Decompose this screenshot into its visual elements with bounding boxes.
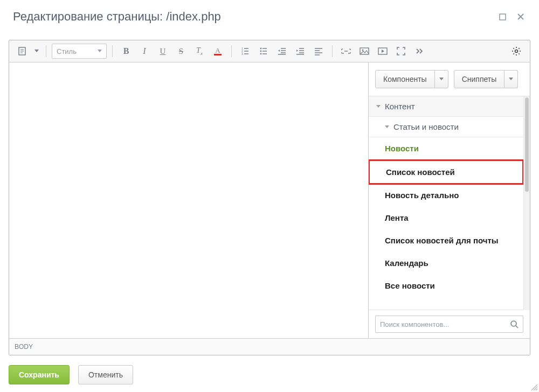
fullscreen-button[interactable] — [393, 44, 409, 59]
save-button[interactable]: Сохранить — [9, 365, 70, 384]
close-button[interactable] — [515, 11, 526, 22]
component-search[interactable] — [375, 316, 523, 333]
editor-body: Компоненты Сниппеты — [9, 62, 530, 338]
chevron-down-icon — [376, 105, 381, 108]
ordered-list-button[interactable]: 123 — [237, 44, 253, 59]
tree-scrollbar[interactable] — [523, 96, 530, 310]
category-content[interactable]: Контент — [369, 96, 523, 117]
dialog-footer: Сохранить Отменить — [0, 358, 539, 392]
style-select-label: Стиль — [57, 47, 77, 55]
link-button[interactable] — [338, 44, 354, 59]
align-left-button[interactable] — [310, 44, 327, 59]
toolbar-separator — [112, 45, 113, 57]
toolbar-separator — [46, 45, 46, 57]
editor-toolbar: Стиль B I U S Tx A 123 — [9, 40, 530, 62]
underline-button[interactable]: U — [155, 44, 171, 59]
components-tab-group: Компоненты — [375, 70, 448, 88]
text-color-button[interactable]: A — [210, 44, 226, 59]
editor-canvas[interactable] — [9, 62, 368, 338]
bold-button[interactable]: B — [118, 44, 134, 59]
component-search-input[interactable] — [380, 320, 510, 328]
cancel-button[interactable]: Отменить — [78, 365, 133, 384]
clear-format-button[interactable]: Tx — [191, 44, 208, 59]
element-path-bar[interactable]: BODY — [9, 338, 530, 355]
component-item[interactable]: Список новостей для почты — [369, 229, 523, 252]
subcategory-label: Статьи и новости — [393, 122, 459, 131]
component-tree[interactable]: Контент Статьи и новости НовостиСписок н… — [369, 96, 523, 310]
snippets-tab[interactable]: Сниппеты — [454, 70, 505, 88]
subcategory-articles-news[interactable]: Статьи и новости — [369, 117, 523, 137]
component-item[interactable]: Список новостей — [369, 159, 523, 185]
unordered-list-button[interactable] — [255, 44, 272, 59]
italic-button[interactable]: I — [136, 44, 153, 59]
search-icon — [510, 320, 519, 328]
svg-text:3: 3 — [241, 52, 243, 55]
component-item[interactable]: Новость детально — [369, 184, 523, 207]
svg-point-6 — [260, 51, 262, 52]
document-mode-button[interactable] — [15, 44, 31, 59]
tree-wrap: Контент Статьи и новости НовостиСписок н… — [369, 96, 530, 310]
editor-panel: Стиль B I U S Tx A 123 — [9, 40, 530, 355]
maximize-button[interactable] — [497, 11, 508, 22]
strikethrough-button[interactable]: S — [173, 44, 189, 59]
svg-point-9 — [362, 50, 364, 51]
chevron-down-icon — [385, 125, 389, 129]
svg-point-11 — [515, 50, 518, 53]
svg-point-5 — [260, 48, 262, 50]
svg-rect-0 — [500, 14, 506, 20]
components-tab[interactable]: Компоненты — [375, 70, 435, 88]
category-label: Контент — [385, 102, 415, 111]
scrollbar-thumb[interactable] — [525, 97, 529, 192]
components-tab-caret[interactable] — [435, 70, 448, 88]
dialog-header: Редактирование страницы: /index.php — [0, 0, 539, 30]
components-panel: Компоненты Сниппеты — [368, 62, 530, 338]
dialog-window: Редактирование страницы: /index.php Стил… — [0, 0, 539, 392]
snippets-tab-caret[interactable] — [505, 70, 518, 88]
component-item[interactable]: Новости — [369, 137, 523, 160]
element-path: BODY — [15, 343, 33, 351]
component-item[interactable]: Все новости — [369, 275, 523, 297]
outdent-button[interactable] — [274, 44, 290, 59]
component-item[interactable]: Календарь — [369, 252, 523, 275]
video-button[interactable] — [375, 44, 391, 59]
svg-point-7 — [260, 53, 262, 55]
dialog-title: Редактирование страницы: /index.php — [13, 10, 489, 24]
style-select[interactable]: Стиль — [52, 44, 107, 59]
more-tools-button[interactable] — [411, 44, 427, 59]
indent-button[interactable] — [292, 44, 308, 59]
side-tabs: Компоненты Сниппеты — [369, 62, 530, 96]
resize-grip[interactable] — [529, 382, 538, 391]
search-row — [369, 310, 530, 338]
toolbar-separator — [332, 45, 333, 57]
image-button[interactable] — [356, 44, 372, 59]
snippets-tab-group: Сниппеты — [454, 70, 519, 88]
toolbar-separator — [231, 45, 232, 57]
settings-button[interactable] — [508, 44, 524, 59]
svg-point-12 — [511, 321, 516, 326]
component-item[interactable]: Лента — [369, 207, 523, 229]
document-mode-caret[interactable] — [33, 44, 40, 59]
